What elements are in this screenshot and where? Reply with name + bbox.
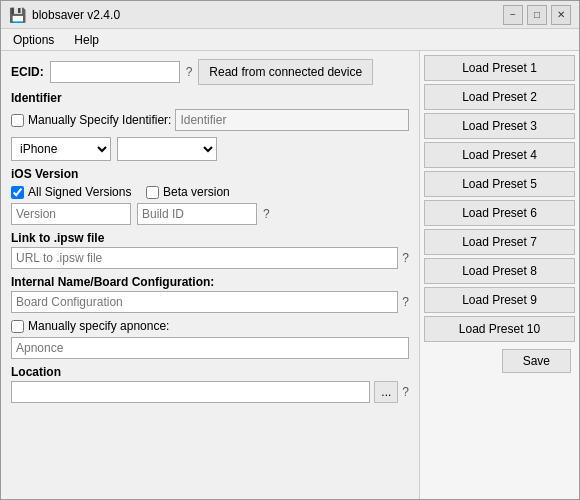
save-area: Save: [424, 345, 575, 377]
version-row: ?: [11, 203, 409, 225]
title-bar: 💾 blobsaver v2.4.0 − □ ✕: [1, 1, 579, 29]
ipsw-input-row: ?: [11, 247, 409, 269]
apnonce-checkbox[interactable]: [11, 320, 24, 333]
ecid-section: ECID: ? Read from connected device: [11, 59, 409, 85]
identifier-checkbox[interactable]: [11, 114, 24, 127]
ecid-question[interactable]: ?: [186, 65, 193, 79]
window-title: blobsaver v2.4.0: [32, 8, 120, 22]
device-dropdowns-row: iPhone iPad iPod Apple TV: [11, 137, 409, 161]
location-question[interactable]: ?: [402, 385, 409, 399]
device-type-dropdown[interactable]: iPhone iPad iPod Apple TV: [11, 137, 111, 161]
preset-btn-1[interactable]: Load Preset 1: [424, 55, 575, 81]
menu-options[interactable]: Options: [9, 32, 58, 48]
preset-btn-8[interactable]: Load Preset 8: [424, 258, 575, 284]
ios-version-label: iOS Version: [11, 167, 409, 181]
version-input[interactable]: [11, 203, 131, 225]
preset-btn-10[interactable]: Load Preset 10: [424, 316, 575, 342]
menu-bar: Options Help: [1, 29, 579, 51]
save-button[interactable]: Save: [502, 349, 571, 373]
ipsw-label: Link to .ipsw file: [11, 231, 409, 245]
apnonce-checkbox-row: Manually specify apnonce:: [11, 319, 409, 333]
ecid-label: ECID:: [11, 65, 44, 79]
content-area: ECID: ? Read from connected device Ident…: [1, 51, 579, 499]
location-label: Location: [11, 365, 409, 379]
ios-version-section: iOS Version All Signed Versions Beta ver…: [11, 167, 409, 225]
identifier-section-label: Identifier: [11, 91, 409, 105]
minimize-button[interactable]: −: [503, 5, 523, 25]
location-section: Location C:\Users\liuwei-win10\Blobs ...…: [11, 365, 409, 403]
read-device-button[interactable]: Read from connected device: [198, 59, 373, 85]
location-input[interactable]: C:\Users\liuwei-win10\Blobs: [11, 381, 370, 403]
board-config-question[interactable]: ?: [402, 295, 409, 309]
ipsw-section: Link to .ipsw file ?: [11, 231, 409, 269]
beta-label: Beta version: [163, 185, 230, 199]
maximize-button[interactable]: □: [527, 5, 547, 25]
identifier-section: Identifier Manually Specify Identifier:: [11, 91, 409, 131]
close-button[interactable]: ✕: [551, 5, 571, 25]
main-window: 💾 blobsaver v2.4.0 − □ ✕ Options Help EC…: [0, 0, 580, 500]
preset-btn-7[interactable]: Load Preset 7: [424, 229, 575, 255]
board-config-section: Internal Name/Board Configuration: ?: [11, 275, 409, 313]
main-panel: ECID: ? Read from connected device Ident…: [1, 51, 419, 499]
identifier-checkbox-label: Manually Specify Identifier:: [28, 113, 171, 127]
all-signed-label: All Signed Versions: [28, 185, 131, 199]
preset-btn-2[interactable]: Load Preset 2: [424, 84, 575, 110]
preset-btn-4[interactable]: Load Preset 4: [424, 142, 575, 168]
identifier-checkbox-row: Manually Specify Identifier:: [11, 109, 409, 131]
build-input[interactable]: [137, 203, 257, 225]
ipsw-question[interactable]: ?: [402, 251, 409, 265]
preset-btn-9[interactable]: Load Preset 9: [424, 287, 575, 313]
ecid-input[interactable]: [50, 61, 180, 83]
menu-help[interactable]: Help: [70, 32, 103, 48]
app-icon: 💾: [9, 7, 26, 23]
signed-versions-row: All Signed Versions Beta version: [11, 185, 409, 199]
title-bar-controls: − □ ✕: [503, 5, 571, 25]
device-model-dropdown[interactable]: [117, 137, 217, 161]
ipsw-input[interactable]: [11, 247, 398, 269]
preset-btn-6[interactable]: Load Preset 6: [424, 200, 575, 226]
title-bar-left: 💾 blobsaver v2.4.0: [9, 7, 120, 23]
preset-btn-3[interactable]: Load Preset 3: [424, 113, 575, 139]
apnonce-section: Manually specify apnonce:: [11, 319, 409, 359]
preset-btn-5[interactable]: Load Preset 5: [424, 171, 575, 197]
beta-checkbox[interactable]: [146, 186, 159, 199]
board-config-label: Internal Name/Board Configuration:: [11, 275, 409, 289]
identifier-input[interactable]: [175, 109, 409, 131]
all-signed-checkbox[interactable]: [11, 186, 24, 199]
location-row: C:\Users\liuwei-win10\Blobs ... ?: [11, 381, 409, 403]
apnonce-input[interactable]: [11, 337, 409, 359]
apnonce-checkbox-label: Manually specify apnonce:: [28, 319, 169, 333]
board-config-input[interactable]: [11, 291, 398, 313]
board-config-input-row: ?: [11, 291, 409, 313]
version-question[interactable]: ?: [263, 207, 270, 221]
browse-button[interactable]: ...: [374, 381, 398, 403]
presets-panel: Load Preset 1 Load Preset 2 Load Preset …: [419, 51, 579, 499]
